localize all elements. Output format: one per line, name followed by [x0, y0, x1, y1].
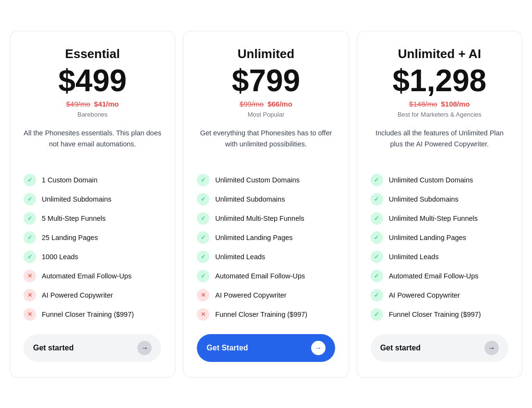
feature-label: Unlimited Custom Domains [215, 176, 300, 184]
feature-item: ✓Unlimited Landing Pages [371, 231, 508, 244]
check-icon: ✓ [371, 193, 383, 205]
pricing-card-unlimited: Unlimited$799$99/mo$66/moMost PopularGet… [183, 31, 349, 378]
feature-item: ✓1000 Leads [24, 251, 161, 263]
price-old: $99/mo [240, 100, 264, 108]
plan-monthly: $49/mo$41/mo [24, 100, 161, 108]
feature-label: Unlimited Landing Pages [389, 234, 466, 241]
feature-item: ✓5 Multi-Step Funnels [24, 212, 161, 225]
plan-tag: Most Popular [197, 111, 335, 118]
price-new: $108/mo [441, 100, 470, 108]
feature-item: ✓Unlimited Landing Pages [197, 231, 335, 244]
feature-item: ✓Unlimited Custom Domains [197, 174, 335, 186]
feature-item: ✓1 Custom Domain [24, 174, 161, 186]
price-new: $66/mo [267, 100, 292, 108]
feature-label: Unlimited Multi-Step Funnels [215, 215, 304, 222]
plan-description: Includes all the features of Unlimited P… [371, 128, 508, 162]
feature-label: Unlimited Leads [215, 253, 265, 261]
cta-button-unlimited[interactable]: Get Started→ [197, 334, 335, 362]
feature-label: Automated Email Follow-Ups [42, 272, 132, 280]
check-icon: ✓ [24, 174, 36, 186]
feature-item: ✓25 Landing Pages [24, 231, 161, 244]
cross-icon: ✕ [197, 289, 209, 301]
check-icon: ✓ [24, 251, 36, 263]
plan-tag: Barebones [24, 111, 161, 118]
plan-monthly: $148/mo$108/mo [371, 100, 508, 108]
feature-label: Automated Email Follow-Ups [389, 272, 479, 280]
check-icon: ✓ [197, 212, 209, 225]
cta-arrow-icon: → [311, 341, 326, 355]
cross-icon: ✕ [197, 308, 209, 321]
feature-label: 25 Landing Pages [42, 234, 98, 241]
price-old: $49/mo [66, 100, 90, 108]
feature-item: ✓Unlimited Multi-Step Funnels [371, 212, 508, 225]
features-list: ✓Unlimited Custom Domains✓Unlimited Subd… [197, 174, 335, 321]
plan-price: $499 [24, 65, 161, 96]
cta-label: Get Started [206, 344, 248, 352]
feature-label: Unlimited Landing Pages [215, 234, 292, 241]
check-icon: ✓ [371, 212, 383, 225]
feature-label: AI Powered Copywriter [215, 291, 286, 299]
feature-item: ✓Unlimited Leads [197, 251, 335, 263]
plan-price: $799 [197, 65, 335, 96]
feature-item: ✕AI Powered Copywriter [197, 289, 335, 301]
plan-name: Unlimited [197, 47, 335, 61]
feature-label: Unlimited Multi-Step Funnels [389, 215, 478, 222]
pricing-card-essential: Essential$499$49/mo$41/moBarebonesAll th… [10, 31, 175, 378]
feature-label: AI Powered Copywriter [42, 291, 113, 299]
cta-label: Get started [33, 344, 73, 352]
feature-item: ✓AI Powered Copywriter [371, 289, 508, 301]
plan-tag: Best for Marketers & Agencies [371, 111, 508, 118]
cta-button-unlimited-ai[interactable]: Get started→ [371, 334, 508, 362]
check-icon: ✓ [197, 193, 209, 205]
feature-label: 1 Custom Domain [42, 176, 97, 184]
pricing-card-unlimited-ai: Unlimited + AI$1,298$148/mo$108/moBest f… [357, 31, 522, 378]
check-icon: ✓ [371, 231, 383, 244]
plan-description: Get everything that Phonesites has to of… [197, 128, 335, 162]
feature-label: Unlimited Leads [389, 253, 439, 261]
feature-label: 1000 Leads [42, 253, 78, 261]
check-icon: ✓ [197, 270, 209, 282]
feature-item: ✓Unlimited Subdomains [24, 193, 161, 205]
cta-arrow-icon: → [484, 341, 499, 355]
pricing-container: Essential$499$49/mo$41/moBarebonesAll th… [10, 31, 522, 378]
feature-item: ✓Unlimited Multi-Step Funnels [197, 212, 335, 225]
check-icon: ✓ [24, 231, 36, 244]
feature-item: ✕Automated Email Follow-Ups [24, 270, 161, 282]
features-list: ✓Unlimited Custom Domains✓Unlimited Subd… [371, 174, 508, 321]
feature-item: ✕Funnel Closer Training ($997) [24, 308, 161, 321]
check-icon: ✓ [371, 174, 383, 186]
feature-item: ✓Automated Email Follow-Ups [197, 270, 335, 282]
feature-label: Funnel Closer Training ($997) [389, 311, 481, 318]
feature-label: Automated Email Follow-Ups [215, 272, 305, 280]
feature-label: Funnel Closer Training ($997) [215, 311, 307, 318]
cross-icon: ✕ [24, 289, 36, 301]
check-icon: ✓ [197, 251, 209, 263]
feature-label: Unlimited Subdomains [42, 195, 111, 203]
feature-item: ✕Funnel Closer Training ($997) [197, 308, 335, 321]
features-list: ✓1 Custom Domain✓Unlimited Subdomains✓5 … [24, 174, 161, 321]
feature-item: ✓Funnel Closer Training ($997) [371, 308, 508, 321]
plan-monthly: $99/mo$66/mo [197, 100, 335, 108]
cross-icon: ✕ [24, 270, 36, 282]
feature-item: ✓Unlimited Custom Domains [371, 174, 508, 186]
feature-item: ✕AI Powered Copywriter [24, 289, 161, 301]
check-icon: ✓ [371, 308, 383, 321]
cta-arrow-icon: → [137, 341, 152, 355]
feature-item: ✓Unlimited Subdomains [371, 193, 508, 205]
check-icon: ✓ [371, 289, 383, 301]
check-icon: ✓ [197, 174, 209, 186]
cross-icon: ✕ [24, 308, 36, 321]
feature-label: Unlimited Custom Domains [389, 176, 473, 184]
plan-price: $1,298 [371, 65, 508, 96]
check-icon: ✓ [197, 231, 209, 244]
cta-button-essential[interactable]: Get started→ [24, 334, 161, 362]
price-old: $148/mo [409, 100, 437, 108]
feature-label: 5 Multi-Step Funnels [42, 215, 106, 222]
check-icon: ✓ [371, 251, 383, 263]
cta-label: Get started [380, 344, 421, 352]
plan-description: All the Phonesites essentials. This plan… [24, 128, 161, 162]
feature-item: ✓Unlimited Leads [371, 251, 508, 263]
check-icon: ✓ [371, 270, 383, 282]
feature-label: Funnel Closer Training ($997) [42, 311, 134, 318]
price-new: $41/mo [94, 100, 119, 108]
